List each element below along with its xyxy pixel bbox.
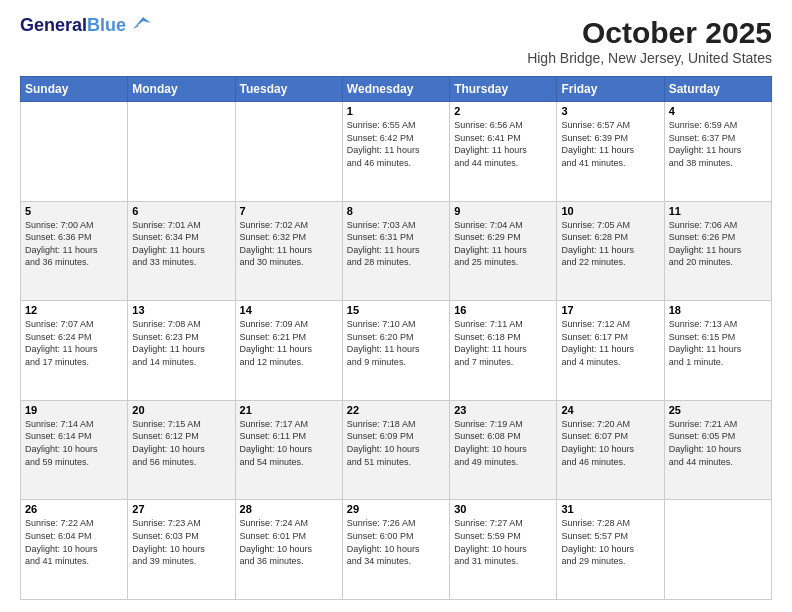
table-row	[21, 102, 128, 202]
cell-day-number: 22	[347, 404, 445, 416]
page-title: October 2025	[527, 16, 772, 50]
table-row: 24Sunrise: 7:20 AM Sunset: 6:07 PM Dayli…	[557, 400, 664, 500]
table-row: 28Sunrise: 7:24 AM Sunset: 6:01 PM Dayli…	[235, 500, 342, 600]
table-row: 31Sunrise: 7:28 AM Sunset: 5:57 PM Dayli…	[557, 500, 664, 600]
cell-day-number: 18	[669, 304, 767, 316]
table-row: 23Sunrise: 7:19 AM Sunset: 6:08 PM Dayli…	[450, 400, 557, 500]
cell-info: Sunrise: 7:27 AM Sunset: 5:59 PM Dayligh…	[454, 517, 552, 567]
cell-info: Sunrise: 7:17 AM Sunset: 6:11 PM Dayligh…	[240, 418, 338, 468]
cell-day-number: 3	[561, 105, 659, 117]
table-row: 22Sunrise: 7:18 AM Sunset: 6:09 PM Dayli…	[342, 400, 449, 500]
cell-info: Sunrise: 7:03 AM Sunset: 6:31 PM Dayligh…	[347, 219, 445, 269]
cell-day-number: 6	[132, 205, 230, 217]
cell-day-number: 30	[454, 503, 552, 515]
cell-info: Sunrise: 7:14 AM Sunset: 6:14 PM Dayligh…	[25, 418, 123, 468]
table-row: 2Sunrise: 6:56 AM Sunset: 6:41 PM Daylig…	[450, 102, 557, 202]
cell-info: Sunrise: 7:21 AM Sunset: 6:05 PM Dayligh…	[669, 418, 767, 468]
cell-day-number: 17	[561, 304, 659, 316]
cell-day-number: 19	[25, 404, 123, 416]
table-row: 8Sunrise: 7:03 AM Sunset: 6:31 PM Daylig…	[342, 201, 449, 301]
cell-day-number: 9	[454, 205, 552, 217]
table-row: 4Sunrise: 6:59 AM Sunset: 6:37 PM Daylig…	[664, 102, 771, 202]
table-row: 13Sunrise: 7:08 AM Sunset: 6:23 PM Dayli…	[128, 301, 235, 401]
header-thursday: Thursday	[450, 77, 557, 102]
table-row: 5Sunrise: 7:00 AM Sunset: 6:36 PM Daylig…	[21, 201, 128, 301]
header-saturday: Saturday	[664, 77, 771, 102]
cell-day-number: 28	[240, 503, 338, 515]
cell-info: Sunrise: 7:09 AM Sunset: 6:21 PM Dayligh…	[240, 318, 338, 368]
cell-day-number: 15	[347, 304, 445, 316]
cell-day-number: 10	[561, 205, 659, 217]
cell-info: Sunrise: 7:01 AM Sunset: 6:34 PM Dayligh…	[132, 219, 230, 269]
table-row: 11Sunrise: 7:06 AM Sunset: 6:26 PM Dayli…	[664, 201, 771, 301]
cell-info: Sunrise: 6:55 AM Sunset: 6:42 PM Dayligh…	[347, 119, 445, 169]
table-row: 26Sunrise: 7:22 AM Sunset: 6:04 PM Dayli…	[21, 500, 128, 600]
table-row: 20Sunrise: 7:15 AM Sunset: 6:12 PM Dayli…	[128, 400, 235, 500]
logo-text-general: GeneralBlue	[20, 16, 126, 36]
cell-info: Sunrise: 7:20 AM Sunset: 6:07 PM Dayligh…	[561, 418, 659, 468]
logo: GeneralBlue	[20, 16, 151, 36]
header-sunday: Sunday	[21, 77, 128, 102]
table-row: 19Sunrise: 7:14 AM Sunset: 6:14 PM Dayli…	[21, 400, 128, 500]
cell-day-number: 16	[454, 304, 552, 316]
cell-day-number: 8	[347, 205, 445, 217]
table-row: 30Sunrise: 7:27 AM Sunset: 5:59 PM Dayli…	[450, 500, 557, 600]
cell-day-number: 29	[347, 503, 445, 515]
header-tuesday: Tuesday	[235, 77, 342, 102]
cell-day-number: 7	[240, 205, 338, 217]
table-row: 14Sunrise: 7:09 AM Sunset: 6:21 PM Dayli…	[235, 301, 342, 401]
table-row: 3Sunrise: 6:57 AM Sunset: 6:39 PM Daylig…	[557, 102, 664, 202]
calendar-week-row: 1Sunrise: 6:55 AM Sunset: 6:42 PM Daylig…	[21, 102, 772, 202]
table-row	[128, 102, 235, 202]
cell-day-number: 25	[669, 404, 767, 416]
header-wednesday: Wednesday	[342, 77, 449, 102]
logo-bird-icon	[129, 15, 151, 33]
cell-day-number: 27	[132, 503, 230, 515]
table-row: 29Sunrise: 7:26 AM Sunset: 6:00 PM Dayli…	[342, 500, 449, 600]
header: GeneralBlue October 2025 High Bridge, Ne…	[20, 16, 772, 66]
cell-info: Sunrise: 7:00 AM Sunset: 6:36 PM Dayligh…	[25, 219, 123, 269]
table-row: 25Sunrise: 7:21 AM Sunset: 6:05 PM Dayli…	[664, 400, 771, 500]
cell-info: Sunrise: 7:28 AM Sunset: 5:57 PM Dayligh…	[561, 517, 659, 567]
cell-day-number: 26	[25, 503, 123, 515]
calendar-week-row: 5Sunrise: 7:00 AM Sunset: 6:36 PM Daylig…	[21, 201, 772, 301]
cell-day-number: 1	[347, 105, 445, 117]
calendar-week-row: 19Sunrise: 7:14 AM Sunset: 6:14 PM Dayli…	[21, 400, 772, 500]
table-row: 16Sunrise: 7:11 AM Sunset: 6:18 PM Dayli…	[450, 301, 557, 401]
table-row	[664, 500, 771, 600]
cell-info: Sunrise: 7:10 AM Sunset: 6:20 PM Dayligh…	[347, 318, 445, 368]
cell-info: Sunrise: 7:12 AM Sunset: 6:17 PM Dayligh…	[561, 318, 659, 368]
table-row: 9Sunrise: 7:04 AM Sunset: 6:29 PM Daylig…	[450, 201, 557, 301]
cell-info: Sunrise: 7:19 AM Sunset: 6:08 PM Dayligh…	[454, 418, 552, 468]
cell-day-number: 2	[454, 105, 552, 117]
cell-day-number: 11	[669, 205, 767, 217]
cell-day-number: 12	[25, 304, 123, 316]
title-block: October 2025 High Bridge, New Jersey, Un…	[527, 16, 772, 66]
cell-info: Sunrise: 7:24 AM Sunset: 6:01 PM Dayligh…	[240, 517, 338, 567]
cell-info: Sunrise: 6:56 AM Sunset: 6:41 PM Dayligh…	[454, 119, 552, 169]
table-row: 21Sunrise: 7:17 AM Sunset: 6:11 PM Dayli…	[235, 400, 342, 500]
cell-info: Sunrise: 7:05 AM Sunset: 6:28 PM Dayligh…	[561, 219, 659, 269]
cell-info: Sunrise: 7:06 AM Sunset: 6:26 PM Dayligh…	[669, 219, 767, 269]
header-monday: Monday	[128, 77, 235, 102]
cell-day-number: 23	[454, 404, 552, 416]
cell-info: Sunrise: 7:18 AM Sunset: 6:09 PM Dayligh…	[347, 418, 445, 468]
page: GeneralBlue October 2025 High Bridge, Ne…	[0, 0, 792, 612]
table-row: 6Sunrise: 7:01 AM Sunset: 6:34 PM Daylig…	[128, 201, 235, 301]
cell-info: Sunrise: 7:26 AM Sunset: 6:00 PM Dayligh…	[347, 517, 445, 567]
cell-info: Sunrise: 7:23 AM Sunset: 6:03 PM Dayligh…	[132, 517, 230, 567]
cell-info: Sunrise: 7:08 AM Sunset: 6:23 PM Dayligh…	[132, 318, 230, 368]
cell-info: Sunrise: 6:59 AM Sunset: 6:37 PM Dayligh…	[669, 119, 767, 169]
cell-day-number: 14	[240, 304, 338, 316]
cell-info: Sunrise: 7:04 AM Sunset: 6:29 PM Dayligh…	[454, 219, 552, 269]
table-row: 18Sunrise: 7:13 AM Sunset: 6:15 PM Dayli…	[664, 301, 771, 401]
calendar-header-row: Sunday Monday Tuesday Wednesday Thursday…	[21, 77, 772, 102]
table-row: 7Sunrise: 7:02 AM Sunset: 6:32 PM Daylig…	[235, 201, 342, 301]
page-subtitle: High Bridge, New Jersey, United States	[527, 50, 772, 66]
table-row: 17Sunrise: 7:12 AM Sunset: 6:17 PM Dayli…	[557, 301, 664, 401]
table-row	[235, 102, 342, 202]
cell-info: Sunrise: 7:11 AM Sunset: 6:18 PM Dayligh…	[454, 318, 552, 368]
cell-info: Sunrise: 7:13 AM Sunset: 6:15 PM Dayligh…	[669, 318, 767, 368]
cell-day-number: 21	[240, 404, 338, 416]
cell-day-number: 24	[561, 404, 659, 416]
